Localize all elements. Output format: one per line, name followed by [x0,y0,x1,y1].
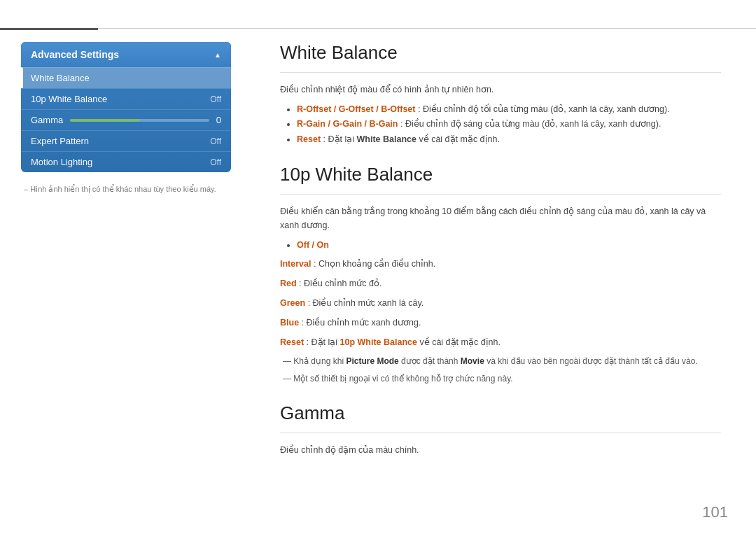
section-10p-white-balance: 10p White Balance Điều khiển cân bằng tr… [280,164,721,386]
arrow-up-icon: ▲ [214,51,221,59]
10p-extra-red: Red : Điều chỉnh mức đỏ. [280,276,721,290]
sidebar-item-label: Expert Pattern [31,136,89,146]
white-balance-bullet-list: R-Offset / G-Offset / B-Offset : Điều ch… [280,102,721,147]
sidebar-item-value: Off [210,94,221,104]
sidebar-item-white-balance[interactable]: White Balance [21,67,231,88]
note-picture-mode: Khả dụng khi Picture Mode được đặt thành… [280,355,721,368]
sidebar-item-value: Off [210,136,221,146]
bullet-text: : Điều chỉnh độ sáng của từng màu (đỏ, x… [400,119,661,129]
10p-extra-reset: Reset : Đặt lại 10p White Balance về cài… [280,335,721,349]
sidebar-item-label: Gamma [31,115,63,125]
bullet-keyword: Off / On [297,240,329,250]
10p-extra-blue: Blue : Điều chỉnh mức xanh dương. [280,316,721,330]
10p-sub-bullet-list: Off / On [280,238,721,253]
section-desc-gamma: Điều chỉnh độ đậm của màu chính. [280,443,721,457]
bullet-text: về cài đặt mặc định. [419,134,500,144]
sidebar-item-label: Motion Lighting [31,157,92,167]
sidebar-panel: Advanced Settings ▲ White Balance 10p Wh… [21,42,231,172]
text-blue: : Điều chỉnh mức xanh dương. [302,318,421,328]
10p-extra-green: Green : Điều chỉnh mức xanh lá cây. [280,296,721,310]
sidebar-panel-title: Advanced Settings [31,49,119,60]
note-bold-1: Picture Mode [346,356,398,366]
main-content: White Balance Điều chỉnh nhiệt độ màu để… [252,0,756,534]
sidebar-item-motion-lighting[interactable]: Motion Lighting Off [21,151,231,172]
section-desc-white-balance: Điều chỉnh nhiệt độ màu để có hình ảnh t… [280,83,721,97]
sidebar-note: – Hình ảnh hiển thị có thể khác nhau tùy… [21,185,231,194]
section-divider [280,72,721,73]
top-bar [0,28,756,29]
sidebar-item-gamma[interactable]: Gamma 0 [21,109,231,130]
10p-extra-interval: Interval : Chọn khoảng cần điều chỉnh. [280,257,721,271]
gamma-slider-fill [70,119,139,122]
section-title-white-balance: White Balance [280,42,721,64]
text-reset-2: về cài đặt mặc định. [419,337,500,347]
section-divider-10p [280,194,721,195]
sidebar-item-10p-white-balance[interactable]: 10p White Balance Off [21,88,231,109]
section-desc-10p: Điều khiển cân bằng trắng trong khoảng 1… [280,204,721,232]
label-blue: Blue [280,318,299,328]
bullet-item: R-Offset / G-Offset / B-Offset : Điều ch… [297,102,721,117]
section-white-balance: White Balance Điều chỉnh nhiệt độ màu để… [280,42,721,147]
note-bold-2: Movie [461,356,484,366]
top-bar-accent [0,28,98,30]
page-container: Advanced Settings ▲ White Balance 10p Wh… [0,0,756,534]
section-title-gamma: Gamma [280,402,721,424]
sidebar-item-label: White Balance [31,73,90,83]
bullet-bold: White Balance [356,134,416,144]
sidebar-item-value: 0 [216,115,221,125]
label-10p-bold: 10p White Balance [340,337,416,347]
section-gamma: Gamma Điều chỉnh độ đậm của màu chính. [280,402,721,457]
sidebar-item-value: Off [210,157,221,167]
gamma-slider-track [70,119,209,122]
sidebar-item-expert-pattern[interactable]: Expert Pattern Off [21,130,231,151]
text-red: : Điều chỉnh mức đỏ. [299,279,382,288]
bullet-item: Reset : Đặt lại White Balance về cài đặt… [297,132,721,147]
bullet-keyword: R-Offset / G-Offset / B-Offset [297,104,415,114]
note-external-device: Một số thiết bị ngoại vi có thể không hỗ… [280,372,721,386]
sidebar-item-label: 10p White Balance [31,94,107,104]
text-reset-1: : Đặt lại [307,337,340,347]
text-interval: : Chọn khoảng cần điều chỉnh. [314,259,435,269]
bullet-text: : Đặt lại [323,134,357,144]
bullet-keyword: R-Gain / G-Gain / B-Gain [297,119,398,129]
label-green: Green [280,298,305,308]
sidebar: Advanced Settings ▲ White Balance 10p Wh… [0,0,252,534]
section-divider-gamma [280,433,721,433]
bullet-text: : Điều chỉnh độ tối của từng màu (đỏ, xa… [418,104,670,114]
text-green: : Điều chỉnh mức xanh lá cây. [308,298,424,308]
label-red: Red [280,279,297,288]
section-title-10p: 10p White Balance [280,164,721,185]
label-reset: Reset [280,337,304,347]
page-number: 101 [702,503,728,521]
label-interval: Interval [280,259,311,269]
bullet-item: Off / On [297,238,721,253]
sidebar-panel-header: Advanced Settings ▲ [21,42,231,67]
bullet-keyword: Reset [297,134,321,144]
bullet-item: R-Gain / G-Gain / B-Gain : Điều chỉnh độ… [297,117,721,132]
